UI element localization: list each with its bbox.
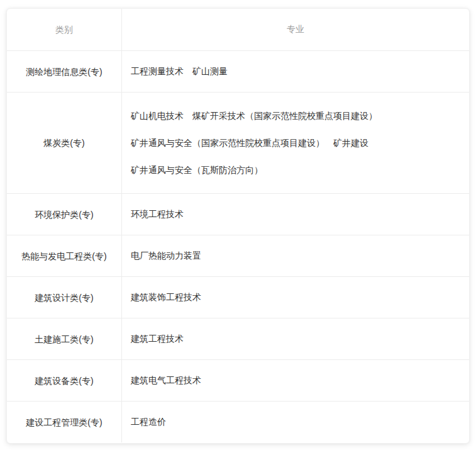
major-line: 建筑装饰工程技术 [131, 292, 457, 303]
table-row: 建筑设计类(专)建筑装饰工程技术 [7, 276, 469, 318]
table-row: 测绘地理信息类(专)工程测量技术 矿山测量 [7, 50, 469, 92]
major-cell: 矿山机电技术 煤矿开采技术（国家示范性院校重点项目建设）矿井通风与安全（国家示范… [122, 93, 469, 193]
major-cell: 电厂热能动力装置 [122, 235, 469, 276]
major-line: 电厂热能动力装置 [131, 250, 457, 261]
category-major-table: 类别 专业 测绘地理信息类(专)工程测量技术 矿山测量煤炭类(专)矿山机电技术 … [6, 8, 470, 444]
table-row: 土建施工类(专)建筑工程技术 [7, 318, 469, 359]
category-cell: 热能与发电工程类(专) [7, 235, 122, 276]
table-row: 煤炭类(专)矿山机电技术 煤矿开采技术（国家示范性院校重点项目建设）矿井通风与安… [7, 92, 469, 193]
category-cell: 环境保护类(专) [7, 194, 122, 235]
major-line: 环境工程技术 [131, 209, 457, 220]
table-row: 建设工程管理类(专)工程造价 [7, 401, 469, 442]
category-cell: 建设工程管理类(专) [7, 402, 122, 442]
table-body: 测绘地理信息类(专)工程测量技术 矿山测量煤炭类(专)矿山机电技术 煤矿开采技术… [7, 50, 469, 442]
major-line: 建筑工程技术 [131, 334, 457, 344]
table-row: 建筑设备类(专)建筑电气工程技术 [7, 359, 469, 401]
category-cell: 建筑设备类(专) [7, 360, 122, 401]
table-header-row: 类别 专业 [7, 9, 469, 50]
major-cell: 工程测量技术 矿山测量 [122, 51, 469, 92]
major-cell: 建筑电气工程技术 [122, 360, 469, 401]
major-line: 工程造价 [131, 417, 457, 427]
category-cell: 煤炭类(专) [7, 93, 122, 193]
major-cell: 建筑工程技术 [122, 318, 469, 359]
category-cell: 建筑设计类(专) [7, 277, 122, 318]
category-cell: 土建施工类(专) [7, 318, 122, 359]
major-cell: 建筑装饰工程技术 [122, 277, 469, 318]
header-category: 类别 [7, 9, 122, 50]
major-cell: 工程造价 [122, 402, 469, 442]
header-major: 专业 [122, 9, 469, 50]
table-row: 环境保护类(专)环境工程技术 [7, 193, 469, 235]
table-row: 热能与发电工程类(专)电厂热能动力装置 [7, 235, 469, 276]
major-line: 建筑电气工程技术 [131, 375, 457, 386]
category-cell: 测绘地理信息类(专) [7, 51, 122, 92]
major-cell: 环境工程技术 [122, 194, 469, 235]
major-line: 矿井通风与安全（国家示范性院校重点项目建设） 矿井建设 [131, 138, 457, 149]
major-line: 工程测量技术 矿山测量 [131, 66, 457, 77]
major-line: 矿山机电技术 煤矿开采技术（国家示范性院校重点项目建设） [131, 111, 457, 121]
major-line: 矿井通风与安全（瓦斯防治方向） [131, 165, 457, 176]
